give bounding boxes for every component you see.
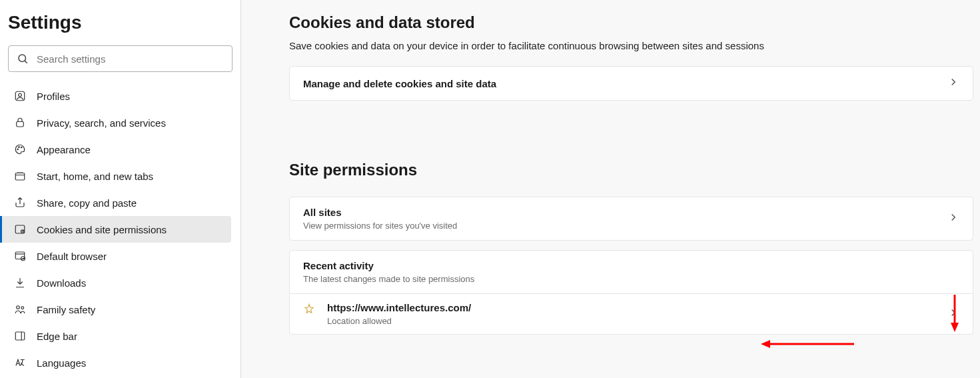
family-icon <box>14 303 26 315</box>
svg-point-0 <box>19 55 26 62</box>
annotation-arrow-left-icon <box>761 340 854 348</box>
search-settings-field[interactable] <box>8 45 233 72</box>
svg-rect-4 <box>17 122 24 127</box>
browser-check-icon <box>14 250 26 262</box>
recent-site-status: Location allowed <box>327 316 471 326</box>
all-sites-row[interactable]: All sites View permissions for sites you… <box>290 197 973 240</box>
language-icon <box>14 357 26 369</box>
sidebar-item-share-copy-paste[interactable]: Share, copy and paste <box>0 189 231 216</box>
sidebar-panel-icon <box>14 330 26 342</box>
svg-point-3 <box>19 93 22 97</box>
sidebar-item-label: Share, copy and paste <box>37 197 137 209</box>
svg-point-13 <box>17 306 20 309</box>
sidebar-item-default-browser[interactable]: Default browser <box>0 243 231 269</box>
chevron-right-icon <box>947 307 959 321</box>
sidebar: Settings Profiles Privacy, search, and s… <box>0 0 241 378</box>
sidebar-item-start-home-tabs[interactable]: Start, home, and new tabs <box>0 163 231 189</box>
all-sites-label: All sites <box>303 207 457 218</box>
sidebar-item-privacy[interactable]: Privacy, search, and services <box>0 109 231 136</box>
recent-activity-header: Recent activity The latest changes made … <box>290 251 973 293</box>
sidebar-item-label: Edge bar <box>37 331 77 342</box>
sidebar-item-label: Start, home, and new tabs <box>37 171 153 182</box>
cookie-icon <box>14 223 26 235</box>
manage-cookies-row[interactable]: Manage and delete cookies and site data <box>290 67 973 100</box>
permissions-section-title: Site permissions <box>289 147 973 187</box>
sidebar-item-cookies-permissions[interactable]: Cookies and site permissions <box>0 216 231 243</box>
chevron-right-icon <box>947 211 959 226</box>
settings-nav: Profiles Privacy, search, and services A… <box>0 80 241 376</box>
cookies-section-title: Cookies and data stored <box>289 0 973 40</box>
recent-activity-label: Recent activity <box>303 260 474 271</box>
sidebar-item-languages[interactable]: Languages <box>0 349 231 376</box>
tabs-icon <box>14 170 26 182</box>
sidebar-item-downloads[interactable]: Downloads <box>0 269 231 296</box>
svg-rect-8 <box>15 173 25 181</box>
sidebar-item-profiles[interactable]: Profiles <box>0 83 231 109</box>
site-favicon-icon <box>303 303 315 315</box>
sidebar-item-label: Default browser <box>37 251 107 262</box>
all-sites-card: All sites View permissions for sites you… <box>289 197 973 241</box>
manage-cookies-card: Manage and delete cookies and site data <box>289 66 973 101</box>
recent-activity-card: Recent activity The latest changes made … <box>289 250 973 335</box>
search-input[interactable] <box>37 53 224 65</box>
page-title: Settings <box>0 12 241 45</box>
svg-marker-18 <box>761 340 770 348</box>
recent-site-row[interactable]: https://www.intellectures.com/ Location … <box>290 294 973 334</box>
recent-site-url: https://www.intellectures.com/ <box>327 302 471 313</box>
sidebar-item-appearance[interactable]: Appearance <box>0 136 231 163</box>
sidebar-item-label: Cookies and site permissions <box>37 224 167 235</box>
sidebar-item-edge-bar[interactable]: Edge bar <box>0 323 231 349</box>
svg-point-14 <box>21 307 24 309</box>
sidebar-item-label: Family safety <box>37 304 95 315</box>
lock-icon <box>14 117 26 129</box>
manage-cookies-label: Manage and delete cookies and site data <box>303 78 496 89</box>
svg-point-6 <box>19 147 20 148</box>
svg-rect-15 <box>15 332 25 340</box>
sidebar-item-label: Appearance <box>37 144 91 155</box>
sidebar-item-family-safety[interactable]: Family safety <box>0 296 231 323</box>
svg-rect-9 <box>15 225 25 233</box>
svg-line-1 <box>25 61 27 63</box>
sidebar-item-label: Profiles <box>37 91 70 102</box>
main-content: Cookies and data stored Save cookies and… <box>241 0 980 378</box>
sidebar-item-label: Privacy, search, and services <box>37 117 166 129</box>
download-icon <box>14 277 26 289</box>
svg-rect-11 <box>15 252 25 259</box>
svg-point-7 <box>21 147 23 148</box>
chevron-right-icon <box>947 76 959 91</box>
sidebar-item-label: Downloads <box>37 277 86 289</box>
profiles-icon <box>14 90 26 102</box>
cookies-section-desc: Save cookies and data on your device in … <box>289 40 973 66</box>
sidebar-item-label: Languages <box>37 357 86 369</box>
svg-point-5 <box>17 149 19 150</box>
search-icon <box>17 53 29 65</box>
palette-icon <box>14 143 26 155</box>
all-sites-sub: View permissions for sites you've visite… <box>303 221 457 231</box>
recent-activity-sub: The latest changes made to site permissi… <box>303 274 474 284</box>
share-icon <box>14 197 26 209</box>
